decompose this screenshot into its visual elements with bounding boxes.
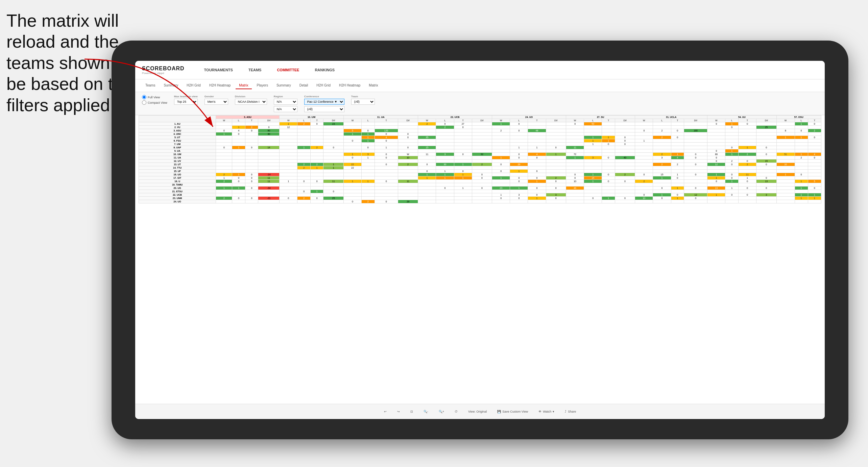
- conference-select[interactable]: Pac-12 Conference ▼: [304, 99, 344, 105]
- matrix-cell: [584, 126, 602, 129]
- matrix-cell: [602, 159, 615, 163]
- zoom-out-button[interactable]: 🔍-: [421, 409, 431, 414]
- matrix-cell: [671, 190, 684, 193]
- undo-button[interactable]: ↩: [381, 409, 389, 414]
- matrix-cell: 3: [510, 193, 528, 197]
- matrix-cell: [472, 136, 492, 139]
- matrix-cell: [615, 132, 635, 136]
- matrix-cell: 1: [436, 173, 454, 176]
- zoom-in-button[interactable]: 🔍+: [436, 409, 447, 414]
- filter-bar: Full View Compact View Max teams in view…: [135, 92, 825, 115]
- matrix-cell: [615, 170, 635, 173]
- matrix-cell: [323, 173, 344, 176]
- sub-tab-summary1[interactable]: Summary: [160, 82, 182, 89]
- team-select[interactable]: (All): [351, 99, 375, 105]
- matrix-cell: 0: [375, 163, 398, 166]
- matrix-cell: [375, 122, 398, 126]
- matrix-cell: [528, 139, 546, 143]
- sub-tab-matrix[interactable]: Matrix: [236, 82, 251, 89]
- matrix-cell: [297, 173, 311, 176]
- view-original-button[interactable]: View: Original: [465, 409, 489, 414]
- sub-tab-matrix2[interactable]: Matrix: [365, 82, 381, 89]
- table-row: 10. UW130W11303204172210661205114: [139, 153, 821, 156]
- matrix-cell: 2: [653, 163, 671, 166]
- matrix-cell: [310, 143, 323, 146]
- redo-button[interactable]: ↪: [394, 409, 403, 414]
- sub-tab-players[interactable]: Players: [254, 82, 271, 89]
- table-row: 9. UA01: [139, 149, 821, 153]
- conference-select-2[interactable]: (All): [304, 106, 344, 112]
- matrix-cell: [602, 187, 615, 190]
- matrix-wrapper[interactable]: 3. ASU 10. UW 11. UA 22. UCB 24. UO 27. …: [135, 115, 825, 207]
- nav-committee[interactable]: COMMITTEE: [274, 67, 302, 73]
- sub-tab-teams[interactable]: Teams: [142, 82, 159, 89]
- nav-bar: SCOREBOARD Powered by clippd TOURNAMENTS…: [135, 61, 825, 79]
- matrix-cell: [795, 132, 808, 136]
- matrix-cell: 0: [808, 122, 821, 126]
- save-custom-button[interactable]: 💾 Save Custom View: [495, 409, 531, 414]
- matrix-cell: 1: [510, 146, 528, 149]
- matrix-cell: 4: [232, 129, 245, 132]
- sub-tab-h2h-grid2[interactable]: H2H Grid: [313, 82, 334, 89]
- matrix-cell: [756, 129, 777, 132]
- matrix-cell: [635, 146, 653, 149]
- gender-select[interactable]: Men's: [204, 99, 228, 105]
- sub-tab-h2h-grid1[interactable]: H2H Grid: [183, 82, 204, 89]
- matrix-cell: [756, 132, 777, 136]
- matrix-cell: [776, 187, 795, 190]
- share-button[interactable]: ⤴ Share: [562, 409, 579, 414]
- full-view-label: Full View: [148, 96, 160, 99]
- full-view-radio[interactable]: [142, 95, 146, 99]
- matrix-cell: 1: [602, 139, 615, 143]
- timer-button[interactable]: ⏱: [452, 409, 460, 414]
- matrix-cell: 0: [684, 187, 707, 190]
- matrix-cell: 25: [756, 126, 777, 129]
- compact-view-radio[interactable]: [142, 100, 146, 105]
- matrix-cell: [280, 132, 297, 136]
- matrix-cell: 0: [756, 187, 777, 190]
- matrix-cell: [297, 129, 311, 132]
- matrix-cell: [454, 143, 472, 146]
- matrix-cell: 2: [738, 163, 756, 166]
- max-teams-select[interactable]: Top 25: [174, 99, 198, 105]
- matrix-cell: [375, 159, 398, 163]
- matrix-cell: [280, 139, 297, 143]
- matrix-cell: [280, 143, 297, 146]
- sub-tab-h2h-heatmap1[interactable]: H2H Heatmap: [206, 82, 234, 89]
- matrix-cell: 1: [566, 156, 584, 159]
- table-row: 23. UNM200-210202500100101001011: [139, 197, 821, 200]
- matrix-cell: [776, 197, 795, 200]
- region-select-2[interactable]: N/A: [274, 106, 297, 112]
- matrix-cell: [436, 200, 454, 203]
- watch-button[interactable]: 👁 Watch ▾: [536, 409, 557, 414]
- matrix-cell: [546, 159, 566, 163]
- matrix-cell: 0: [635, 173, 653, 176]
- matrix-cell: [398, 193, 418, 197]
- matrix-cell: [258, 153, 280, 156]
- matrix-cell: [725, 132, 739, 136]
- region-select[interactable]: N/A: [274, 99, 297, 105]
- matrix-cell: 22: [343, 163, 361, 166]
- nav-rankings[interactable]: RANKINGS: [312, 67, 337, 73]
- table-row: 15. UF010010: [139, 170, 821, 173]
- nav-tournaments[interactable]: TOURNAMENTS: [201, 67, 236, 73]
- matrix-cell: [436, 136, 454, 139]
- matrix-cell: [258, 170, 280, 173]
- matrix-cell: [776, 193, 795, 197]
- sub-tab-detail[interactable]: Detail: [296, 82, 312, 89]
- matrix-cell: [738, 132, 756, 136]
- matrix-cell: [725, 166, 739, 170]
- zoom-fit-button[interactable]: ⊡: [408, 409, 416, 414]
- matrix-cell: [795, 159, 808, 163]
- matrix-cell: 0: [472, 187, 492, 190]
- sub-tab-h2h-heatmap2[interactable]: H2H Heatmap: [336, 82, 364, 89]
- division-select[interactable]: NCAA Division I: [235, 99, 267, 105]
- matrix-cell: [776, 159, 795, 163]
- sub-tab-summary2[interactable]: Summary: [273, 82, 294, 89]
- matrix-cell: 0: [528, 187, 546, 190]
- matrix-cell: [297, 193, 311, 197]
- matrix-cell: [310, 136, 323, 139]
- matrix-cell: [738, 200, 756, 203]
- nav-teams[interactable]: TEAMS: [246, 67, 264, 73]
- matrix-cell: [436, 193, 454, 197]
